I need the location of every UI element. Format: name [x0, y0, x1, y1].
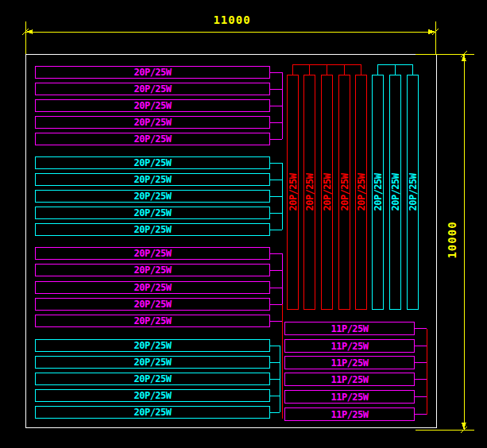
dim-arrow-bottom — [462, 423, 466, 430]
module-string-row-label: 20P/25W — [133, 84, 171, 94]
module-string-row: 20P/25W — [35, 190, 270, 203]
module-string-row-label: 20P/25W — [133, 341, 171, 350]
module-string-row: 20P/25W — [35, 298, 270, 311]
cad-drawing-canvas: 11000 10000 20P/25W20P/25W20P/25W20P/25W… — [0, 0, 487, 448]
dim-arrow-top — [462, 54, 466, 61]
module-string-column: 20P/25W — [287, 75, 299, 310]
module-string-column: 20P/25W — [321, 75, 333, 310]
module-string-row-label: 20P/25W — [133, 357, 171, 367]
module-string-row: 20P/25W — [35, 83, 270, 95]
module-string-column-label: 20P/25W — [288, 173, 298, 210]
module-string-column: 20P/25W — [303, 75, 315, 310]
module-string-row: 20P/25W — [35, 389, 270, 402]
module-string-column-label: 20P/25W — [305, 173, 315, 210]
module-string-row: 20P/25W — [35, 247, 270, 260]
module-string-bottom: 11P/25W — [284, 390, 415, 404]
module-string-bottom: 11P/25W — [284, 356, 415, 369]
module-string-row: 20P/25W — [35, 264, 270, 276]
module-string-row-label: 20P/25W — [133, 225, 171, 234]
module-string-bottom-label: 11P/25W — [330, 410, 368, 419]
module-string-bottom: 11P/25W — [284, 407, 415, 421]
module-string-column-label: 20P/25W — [357, 173, 366, 210]
module-string-row: 20P/25W — [35, 207, 270, 219]
module-string-row: 20P/25W — [35, 116, 270, 129]
module-string-row-label: 20P/25W — [133, 101, 171, 110]
module-string-column: 20P/25W — [372, 75, 384, 310]
module-string-column-label: 20P/25W — [340, 173, 350, 210]
dim-arrow-right — [428, 29, 435, 34]
dimension-width-label: 11000 — [213, 14, 250, 25]
module-string-bottom-label: 11P/25W — [330, 324, 368, 334]
module-string-row: 20P/25W — [35, 281, 270, 294]
module-string-column: 20P/25W — [389, 75, 401, 310]
module-string-column-label: 20P/25W — [373, 173, 383, 210]
module-string-row-label: 20P/25W — [133, 299, 171, 309]
module-string-row-label: 20P/25W — [133, 265, 171, 275]
module-string-row: 20P/25W — [35, 156, 270, 169]
module-string-column-label: 20P/25W — [323, 173, 332, 210]
module-string-row: 20P/25W — [35, 406, 270, 419]
module-string-column-label: 20P/25W — [408, 173, 418, 210]
module-string-row-label: 20P/25W — [133, 191, 171, 201]
module-string-row: 20P/25W — [35, 373, 270, 385]
module-string-row: 20P/25W — [35, 315, 270, 327]
module-string-bottom: 11P/25W — [284, 322, 415, 335]
module-string-bottom: 11P/25W — [284, 339, 415, 353]
module-string-row: 20P/25W — [35, 66, 270, 79]
module-string-column: 20P/25W — [355, 75, 367, 310]
module-string-bottom-label: 11P/25W — [330, 342, 368, 351]
module-string-row-label: 20P/25W — [133, 175, 171, 184]
module-string-row-label: 20P/25W — [133, 249, 171, 258]
module-string-row-label: 20P/25W — [133, 391, 171, 400]
module-string-row-label: 20P/25W — [133, 316, 171, 326]
module-string-row-label: 20P/25W — [133, 158, 171, 168]
module-string-row: 20P/25W — [35, 99, 270, 112]
module-string-row-label: 20P/25W — [133, 407, 171, 417]
module-string-row: 20P/25W — [35, 133, 270, 145]
module-string-row: 20P/25W — [35, 356, 270, 369]
module-string-bottom: 11P/25W — [284, 373, 415, 386]
dimension-height-label: 10000 — [446, 221, 458, 258]
module-string-bottom-label: 11P/25W — [330, 358, 368, 368]
module-string-row-label: 20P/25W — [133, 68, 171, 77]
module-string-row-label: 20P/25W — [133, 374, 171, 384]
module-string-column: 20P/25W — [338, 75, 350, 310]
module-string-bottom-label: 11P/25W — [330, 375, 368, 384]
module-string-row: 20P/25W — [35, 223, 270, 236]
module-string-row: 20P/25W — [35, 339, 270, 352]
module-string-row: 20P/25W — [35, 173, 270, 186]
module-string-row-label: 20P/25W — [133, 118, 171, 127]
module-string-bottom-label: 11P/25W — [330, 392, 368, 402]
module-string-row-label: 20P/25W — [133, 208, 171, 218]
module-string-row-label: 20P/25W — [133, 283, 171, 292]
dim-arrow-left — [25, 29, 33, 34]
module-string-row-label: 20P/25W — [133, 134, 171, 144]
module-string-column: 20P/25W — [407, 75, 419, 310]
module-string-column-label: 20P/25W — [391, 173, 400, 210]
